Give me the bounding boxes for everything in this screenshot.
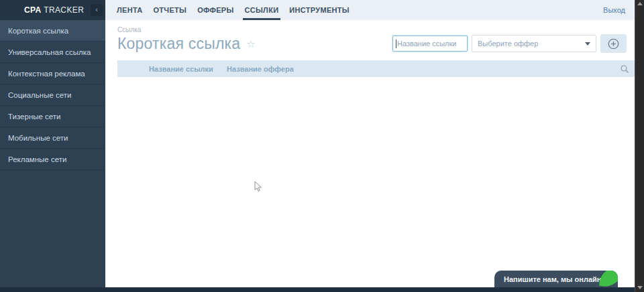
title-block: Ссылка Короткая ссылка ☆ bbox=[117, 26, 256, 53]
sidebar: CPA TRACKER ‹ Короткая ссылка Универсаль… bbox=[0, 0, 105, 287]
sidebar-item-mobile-networks[interactable]: Мобильные сети bbox=[0, 127, 105, 149]
topbar: ЛЕНТА ОТЧЕТЫ ОФФЕРЫ ССЫЛКИ ИНСТРУМЕНТЫ В… bbox=[105, 0, 635, 20]
brand-bold: CPA bbox=[24, 5, 42, 15]
brand-logo: CPA TRACKER bbox=[24, 5, 84, 15]
main-tabs: ЛЕНТА ОТЧЕТЫ ОФФЕРЫ ССЫЛКИ ИНСТРУМЕНТЫ bbox=[116, 0, 360, 20]
tab-feed[interactable]: ЛЕНТА bbox=[116, 0, 143, 20]
add-link-button[interactable] bbox=[600, 34, 627, 53]
tab-reports[interactable]: ОТЧЕТЫ bbox=[152, 0, 187, 20]
sidebar-item-contextual-ads[interactable]: Контекстная реклама bbox=[0, 63, 105, 84]
tab-links[interactable]: ССЫЛКИ bbox=[244, 0, 280, 20]
jivo-leaf-icon bbox=[599, 271, 618, 287]
favorite-star-icon[interactable]: ☆ bbox=[246, 38, 255, 50]
chevron-down-icon bbox=[585, 42, 590, 46]
tab-tools[interactable]: ИНСТРУМЕНТЫ bbox=[288, 0, 350, 20]
sidebar-item-social-networks[interactable]: Социальные сети bbox=[0, 84, 105, 106]
scrollbar-down-arrow-icon[interactable] bbox=[637, 286, 643, 289]
link-name-placeholder: Название ссылки bbox=[397, 40, 457, 48]
chevron-left-icon: ‹ bbox=[95, 5, 98, 13]
brand-rest: TRACKER bbox=[42, 5, 85, 15]
main-content: Ссылка Короткая ссылка ☆ Название ссылки… bbox=[105, 20, 635, 292]
column-header-offer-name[interactable]: Название оффера bbox=[227, 65, 294, 73]
chat-message: Напишите нам, мы онлайн! bbox=[504, 275, 604, 283]
sidebar-item-ad-networks[interactable]: Рекламные сети bbox=[0, 149, 105, 170]
page-title: Короткая ссылка bbox=[117, 35, 240, 53]
sidebar-item-universal-link[interactable]: Универсальная ссылка bbox=[0, 42, 105, 63]
scrollbar-up-arrow-icon[interactable] bbox=[637, 2, 643, 5]
vertical-scrollbar[interactable] bbox=[635, 0, 644, 292]
offer-select-value: Выберите оффер bbox=[478, 40, 538, 48]
offer-select[interactable]: Выберите оффер bbox=[472, 35, 596, 52]
create-link-controls: Название ссылки Выберите оффер bbox=[392, 34, 627, 53]
app-window: CPA TRACKER ‹ Короткая ссылка Универсаль… bbox=[0, 0, 644, 292]
link-name-input[interactable]: Название ссылки bbox=[392, 35, 468, 52]
sidebar-header: CPA TRACKER ‹ bbox=[0, 0, 105, 20]
tab-offers[interactable]: ОФФЕРЫ bbox=[197, 0, 234, 20]
logout-link[interactable]: Выход bbox=[603, 6, 625, 14]
table-search-button[interactable] bbox=[620, 64, 629, 74]
sidebar-item-short-link[interactable]: Короткая ссылка bbox=[0, 20, 105, 42]
column-header-link-name[interactable]: Название ссылки bbox=[117, 65, 227, 73]
breadcrumb: Ссылка bbox=[117, 26, 256, 33]
sidebar-item-teaser-networks[interactable]: Тизерные сети bbox=[0, 106, 105, 127]
window-bottom-edge bbox=[0, 287, 635, 292]
text-cursor bbox=[396, 40, 396, 48]
search-icon bbox=[620, 64, 629, 74]
chat-widget[interactable]: Напишите нам, мы онлайн! jivo bbox=[494, 271, 618, 287]
sidebar-collapse-button[interactable]: ‹ bbox=[91, 4, 103, 16]
plus-circle-icon bbox=[608, 38, 619, 50]
page-header: Ссылка Короткая ссылка ☆ Название ссылки… bbox=[105, 20, 635, 53]
links-table-header: Название ссылки Название оффера bbox=[117, 60, 635, 77]
